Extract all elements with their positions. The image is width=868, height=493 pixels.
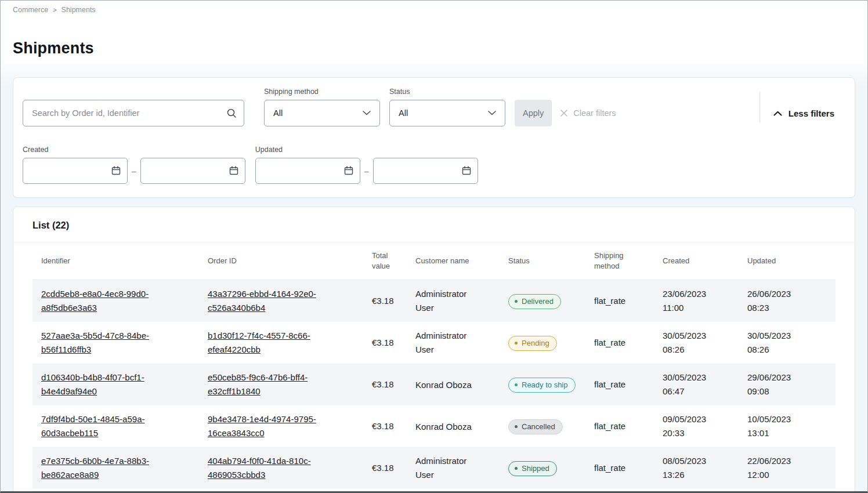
calendar-icon[interactable] [462,166,471,175]
status-cell: Cancelled [500,405,585,447]
breadcrumb-separator-icon: > [53,6,56,13]
clear-filters-button[interactable]: Clear filters [560,100,616,126]
status-label: Status [389,88,505,96]
identifier-cell: d106340b-b4b8-4f07-bcf1-b4e4d9af94e0 [32,364,199,405]
created-cell: 30/05/2023 06:47 [654,364,739,405]
shipping-method-cell: flat_rate [585,364,654,405]
order-id-link[interactable]: 43a37296-ebbd-4164-92e0-c526a340b6b4 [208,289,316,313]
updated-cell: 29/06/2023 09:08 [739,364,836,405]
updated-date-range: – [255,158,478,184]
status-badge: Delivered [508,294,561,309]
search-box [23,100,244,126]
less-filters-button[interactable]: Less filters [773,100,834,126]
breadcrumb: Commerce > Shipments [13,6,855,14]
customer-name-cell: Administrator User [407,447,500,489]
status-badge: Pending [508,336,557,351]
customer-name: Administrator User [415,454,485,482]
breadcrumb-item-commerce[interactable]: Commerce [13,6,48,14]
identifier-cell: 2cdd5eb8-e8a0-4ec8-99d0-a8f5db6e3a63 [32,280,199,322]
customer-name-cell: Konrad Oboza [407,405,500,447]
updated-cell: 22/06/2023 12:00 [739,447,836,489]
status-filter: Status All [389,88,505,126]
shipping-method-value: All [273,108,283,118]
total-value-cell: €3.18 [357,405,407,447]
column-header: Order ID [199,242,357,280]
updated-value: 26/06/2023 08:23 [747,287,801,315]
column-header: Customer name [407,242,500,280]
clear-filters-label: Clear filters [573,108,616,118]
created-to-box [140,158,245,184]
search-input[interactable] [23,100,244,126]
created-value: 30/05/2023 08:26 [663,329,716,357]
column-header: Total value [357,242,407,280]
shipping-method-label: Shipping method [264,88,380,96]
status-dot [515,383,518,386]
updated-value: 29/06/2023 09:08 [747,371,801,398]
identifier-link[interactable]: d106340b-b4b8-4f07-bcf1-b4e4d9af94e0 [41,372,144,396]
customer-name-cell: Konrad Oboza [407,364,500,405]
total-value-cell: €3.18 [357,322,407,364]
table-head-row: IdentifierOrder IDTotal valueCustomer na… [32,242,836,280]
identifier-link[interactable]: 7df9f4bd-50e1-4845-a59a-60d3acbeb115 [41,414,144,438]
order-id-cell: e50ceb85-f9c6-47b6-bff4-e32cff1b1840 [199,364,357,405]
created-value: 08/05/2023 13:26 [663,454,716,482]
order-id-link[interactable]: 404ab794-f0f0-41da-810c-4869053cbbd3 [208,456,311,480]
date-range-dash: – [364,166,369,176]
less-filters-label: Less filters [789,108,834,118]
table-row: 2cdd5eb8-e8a0-4ec8-99d0-a8f5db6e3a63 43a… [32,280,836,322]
shipping-method-cell: flat_rate [585,322,654,364]
updated-cell: 30/05/2023 08:26 [739,322,836,364]
page-title: Shipments [13,37,855,59]
column-header: Updated [739,242,836,280]
chevron-down-icon [488,111,496,115]
identifier-link[interactable]: e7e375cb-6b0b-4e7a-88b3-be862ace8a89 [41,456,149,480]
created-cell: 30/05/2023 08:26 [654,322,739,364]
date-range-dash: – [132,166,136,176]
updated-to-box [373,158,478,184]
created-value: 09/05/2023 20:33 [663,412,716,440]
app-window: Commerce > Shipments Shipments Shipping … [0,0,868,493]
status-dot [515,342,518,345]
list-title: List (22) [32,220,836,231]
calendar-icon[interactable] [229,166,238,175]
updated-value: 30/05/2023 08:26 [747,329,801,357]
status-text: Cancelled [522,422,555,432]
filters-divider [760,92,760,122]
chevron-up-icon [773,111,782,116]
status-text: Shipped [522,463,549,474]
identifier-link[interactable]: 527aae3a-5b5d-47c8-84be-b56f11d6ffb3 [41,331,149,354]
shipping-method-cell: flat_rate [585,405,654,447]
created-from-box [23,158,128,184]
updated-cell: 26/06/2023 08:23 [739,280,836,322]
status-cell: Ready to ship [500,364,585,405]
order-id-link[interactable]: e50ceb85-f9c6-47b6-bff4-e32cff1b1840 [208,372,308,396]
calendar-icon[interactable] [344,166,353,175]
column-header: Status [500,242,585,280]
updated-cell: 10/05/2023 13:01 [739,405,836,447]
created-value: 23/06/2023 11:00 [663,287,716,315]
created-label: Created [23,146,245,154]
shipping-method-select[interactable]: All [264,100,380,126]
updated-value: 22/06/2023 12:00 [747,454,801,482]
calendar-icon[interactable] [111,166,121,175]
table-row: 527aae3a-5b5d-47c8-84be-b56f11d6ffb3 b1d… [32,322,836,364]
status-badge: Ready to ship [508,378,576,393]
shipments-list-card: List (22) IdentifierOrder IDTotal valueC… [13,206,855,491]
order-id-link[interactable]: b1d30f12-7f4c-4557-8c66-efeaf4220cbb [208,331,310,354]
breadcrumb-item-shipments: Shipments [62,6,96,14]
status-cell: Delivered [500,280,585,322]
status-select[interactable]: All [389,100,505,126]
customer-name: Administrator User [415,329,485,357]
search-icon[interactable] [226,108,237,118]
chevron-down-icon [363,111,371,115]
created-value: 30/05/2023 06:47 [663,371,716,398]
created-cell: 08/05/2023 13:26 [654,447,739,489]
order-id-cell: 404ab794-f0f0-41da-810c-4869053cbbd3 [199,447,357,489]
order-id-cell: 9b4e3478-1e4d-4974-9795-16cea3843cc0 [199,405,357,447]
order-id-link[interactable]: 9b4e3478-1e4d-4974-9795-16cea3843cc0 [208,414,316,438]
status-text: Ready to ship [522,380,568,390]
created-date-filter: Created – [23,146,245,184]
identifier-link[interactable]: 2cdd5eb8-e8a0-4ec8-99d0-a8f5db6e3a63 [41,289,149,313]
apply-button[interactable]: Apply [515,100,552,126]
updated-label: Updated [255,146,478,154]
